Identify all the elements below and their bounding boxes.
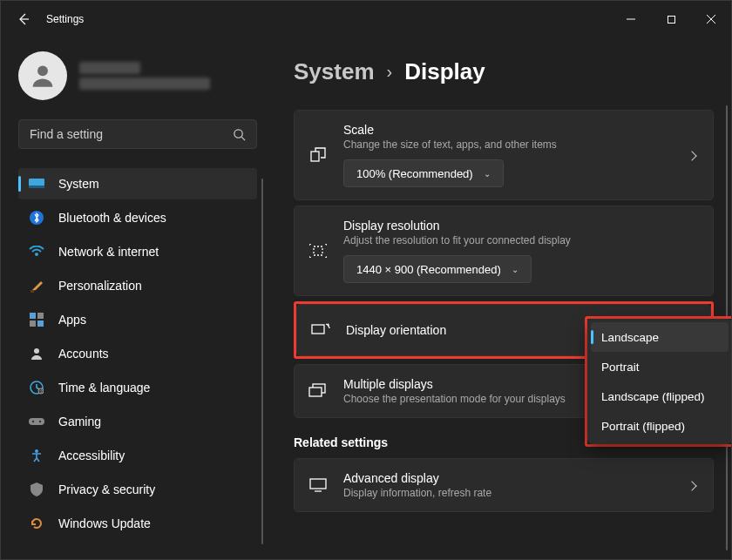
minimize-button[interactable]: [611, 4, 651, 34]
nav-label: Apps: [58, 313, 86, 327]
nav-label: Network & internet: [58, 245, 159, 259]
svg-rect-14: [30, 320, 36, 327]
chevron-right-icon: [688, 478, 699, 492]
sidebar-item-system[interactable]: System: [18, 168, 257, 199]
person-icon: [29, 347, 44, 361]
svg-rect-29: [310, 479, 326, 489]
sidebar-item-gaming[interactable]: Gaming: [18, 406, 257, 437]
account-name-redacted: [79, 62, 140, 74]
option-label: Portrait (flipped): [601, 420, 685, 433]
multiple-displays-icon: [308, 383, 328, 399]
sidebar-item-privacy[interactable]: Privacy & security: [18, 474, 257, 505]
svg-rect-11: [30, 290, 34, 293]
nav-label: System: [58, 177, 99, 191]
window-title: Settings: [46, 13, 84, 25]
orientation-option-landscape[interactable]: Landscape: [591, 322, 729, 352]
brush-icon: [29, 279, 44, 293]
option-label: Landscape: [601, 331, 659, 344]
nav: System Bluetooth & devices Network & int…: [18, 168, 257, 542]
orientation-option-portrait[interactable]: Portrait: [587, 352, 731, 381]
svg-text:文: 文: [39, 388, 44, 394]
update-icon: [29, 516, 44, 530]
resolution-desc: Adjust the resolution to fit your connec…: [343, 234, 699, 246]
sidebar: Find a setting System Bluetooth & device…: [1, 37, 262, 559]
svg-rect-8: [29, 186, 44, 188]
svg-point-4: [37, 65, 48, 76]
svg-rect-12: [30, 313, 36, 319]
maximize-button[interactable]: [651, 4, 691, 34]
resolution-text: Display resolution Adjust the resolution…: [343, 219, 699, 283]
sidebar-item-accounts[interactable]: Accounts: [18, 338, 257, 369]
svg-point-5: [234, 129, 242, 137]
chevron-right-icon: ›: [387, 62, 393, 82]
search-placeholder: Find a setting: [30, 127, 103, 141]
svg-rect-13: [37, 313, 44, 319]
gamepad-icon: [29, 416, 44, 427]
resolution-value: 1440 × 900 (Recommended): [356, 263, 501, 276]
orientation-icon: [311, 322, 330, 338]
sidebar-item-bluetooth[interactable]: Bluetooth & devices: [18, 202, 257, 233]
resolution-dropdown[interactable]: 1440 × 900 (Recommended) ⌄: [343, 255, 532, 283]
main-content: System › Display Scale Change the size o…: [262, 37, 731, 559]
sidebar-item-update[interactable]: Windows Update: [18, 508, 257, 539]
nav-label: Personalization: [58, 279, 142, 293]
resolution-title: Display resolution: [343, 219, 699, 233]
sidebar-item-apps[interactable]: Apps: [18, 304, 257, 335]
advanced-display-title: Advanced display: [343, 471, 673, 485]
orientation-option-landscape-flipped[interactable]: Landscape (flipped): [587, 381, 731, 411]
svg-line-6: [241, 137, 245, 140]
option-label: Landscape (flipped): [601, 390, 705, 403]
svg-point-10: [35, 253, 38, 256]
scale-value: 100% (Recommended): [356, 167, 473, 180]
scale-icon: [308, 146, 328, 164]
svg-point-23: [35, 449, 38, 453]
titlebar: Settings: [1, 1, 731, 37]
back-button[interactable]: [8, 3, 39, 35]
nav-label: Gaming: [58, 415, 101, 428]
chevron-down-icon: ⌄: [484, 169, 491, 179]
avatar: [18, 51, 67, 100]
orientation-popup: Landscape Portrait Landscape (flipped) P…: [587, 319, 731, 444]
advanced-display-card[interactable]: Advanced display Display information, re…: [294, 458, 714, 512]
sidebar-item-network[interactable]: Network & internet: [18, 236, 257, 267]
settings-window: Settings: [0, 0, 732, 560]
svg-rect-25: [314, 246, 322, 255]
search-icon: [233, 128, 246, 141]
scale-title: Scale: [343, 123, 673, 137]
search-input[interactable]: Find a setting: [18, 119, 257, 149]
svg-rect-1: [668, 16, 674, 23]
account-email-redacted: [79, 78, 210, 90]
accessibility-icon: [29, 449, 44, 462]
chevron-right-icon: [688, 148, 699, 162]
sidebar-item-personalization[interactable]: Personalization: [18, 270, 257, 301]
sidebar-item-accessibility[interactable]: Accessibility: [18, 440, 257, 471]
system-icon: [29, 178, 44, 190]
svg-rect-28: [309, 388, 322, 396]
scale-dropdown[interactable]: 100% (Recommended) ⌄: [343, 159, 504, 187]
scale-card[interactable]: Scale Change the size of text, apps, and…: [294, 110, 714, 200]
nav-label: Accounts: [58, 347, 109, 361]
advanced-display-text: Advanced display Display information, re…: [343, 471, 673, 499]
svg-rect-26: [312, 325, 324, 334]
orientation-popup-highlight: Landscape Portrait Landscape (flipped) P…: [585, 316, 731, 447]
wifi-icon: [29, 246, 44, 258]
bluetooth-icon: [29, 211, 44, 225]
scale-desc: Change the size of text, apps, and other…: [343, 138, 673, 151]
account-header[interactable]: [18, 51, 257, 100]
orientation-option-portrait-flipped[interactable]: Portrait (flipped): [587, 411, 731, 441]
svg-rect-24: [311, 152, 319, 161]
svg-point-21: [32, 421, 34, 422]
close-button[interactable]: [691, 4, 731, 34]
nav-label: Windows Update: [58, 516, 151, 530]
breadcrumb-parent[interactable]: System: [294, 58, 375, 85]
resolution-icon: [308, 244, 328, 258]
sidebar-item-time[interactable]: 文 Time & language: [18, 372, 257, 403]
svg-rect-20: [29, 418, 44, 425]
nav-label: Privacy & security: [58, 482, 155, 496]
apps-icon: [29, 313, 44, 327]
resolution-card[interactable]: Display resolution Adjust the resolution…: [294, 206, 714, 296]
account-text: [79, 62, 210, 90]
body: Find a setting System Bluetooth & device…: [1, 37, 731, 559]
window-controls: [611, 4, 731, 34]
clock-icon: 文: [29, 381, 44, 395]
